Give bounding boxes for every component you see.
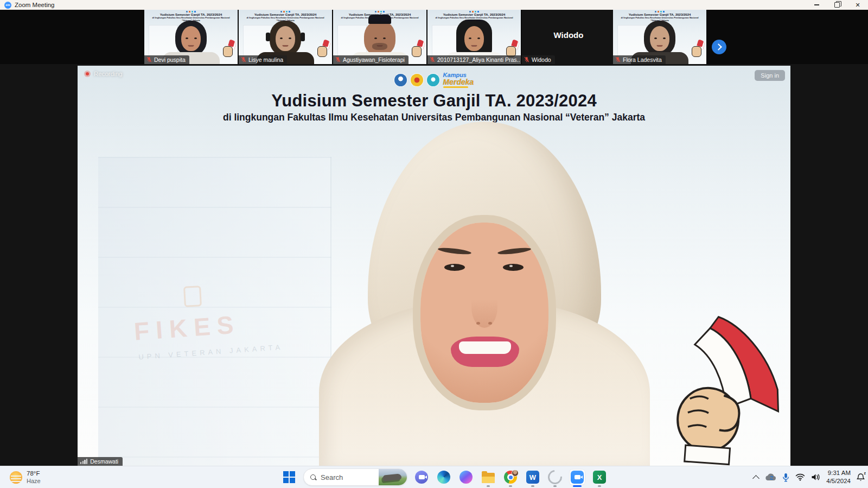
participant-name-tag: Flora Ladesvita: [613, 55, 666, 64]
weather-condition: Haze: [27, 478, 41, 485]
search-daily-image: [379, 469, 407, 485]
teams-chat-button[interactable]: [413, 466, 430, 488]
desktop: zm Zoom Meeting ✕ Yudisium Semester Ganj…: [0, 0, 868, 488]
speaker-name-tag: Desmawati: [78, 457, 123, 466]
muted-mic-icon: [524, 56, 529, 63]
loading-spinner-icon: [545, 467, 565, 487]
restore-button[interactable]: [827, 0, 847, 10]
file-explorer-icon: [482, 473, 495, 483]
upnvj-logo: [411, 74, 423, 86]
fist-flag-illustration: [691, 40, 704, 58]
kemdikbud-logo: [394, 74, 407, 86]
tile-banner: Yudisium Semester Ganjil TA. 2023/2024 d…: [433, 11, 515, 22]
copilot-button[interactable]: [458, 466, 474, 488]
participant-filmstrip: Yudisium Semester Ganjil TA. 2023/2024 d…: [0, 10, 868, 64]
participant-tile-flora[interactable]: Yudisium Semester Ganjil TA. 2023/2024 d…: [613, 10, 706, 64]
word-icon: W: [526, 471, 539, 484]
close-button[interactable]: ✕: [847, 0, 868, 10]
active-speaker-video: FIKES UPN VETERAN JAKARTA Kampus Merdeka…: [78, 66, 790, 466]
clock-widget[interactable]: 9:31 AM 4/5/2024: [826, 469, 851, 485]
fist-flag-illustration: [317, 40, 330, 58]
tray-time: 9:31 AM: [826, 469, 851, 477]
wifi-icon: [795, 473, 805, 481]
word-button[interactable]: W: [525, 466, 541, 488]
participant-name-tag: Devi puspita: [144, 55, 189, 64]
blu-logo: [427, 74, 439, 86]
excel-icon: X: [593, 471, 606, 484]
tray-overflow-button[interactable]: [754, 473, 758, 481]
fist-flag-illustration: [411, 40, 424, 58]
microphone-tray-button[interactable]: [782, 473, 789, 482]
muted-mic-icon: [615, 56, 621, 63]
haze-weather-icon: [10, 471, 22, 484]
volume-icon: [811, 473, 820, 481]
event-banner: Kampus Merdeka Yudisium Semester Ganjil …: [78, 72, 790, 123]
start-button[interactable]: [281, 466, 297, 488]
taskbar-search[interactable]: Search: [303, 468, 407, 486]
tile-banner: Yudisium Semester Ganjil TA. 2023/2024 d…: [245, 11, 326, 22]
search-icon: [310, 474, 316, 480]
participant-name-tag: Agustiyawan_Fisioterapi: [333, 55, 409, 64]
recording-dot-icon: [84, 71, 91, 77]
chrome-icon: [504, 471, 517, 484]
participant-display-name: Widodo: [522, 30, 615, 40]
network-signal-icon: [80, 459, 87, 465]
copilot-icon: [459, 471, 473, 484]
fist-flag-illustration: [665, 310, 787, 466]
recording-indicator: Recording: [84, 71, 122, 77]
chrome-button[interactable]: [502, 466, 519, 488]
sign-in-button[interactable]: Sign in: [755, 70, 785, 81]
notification-bell-button[interactable]: z: [857, 473, 865, 482]
participant-name-tag: Lisye maulina: [239, 55, 287, 64]
kampus-merdeka-logo: Kampus Merdeka: [443, 72, 474, 88]
tray-date: 4/5/2024: [826, 477, 851, 485]
microphone-icon: [782, 473, 789, 482]
weather-temp: 78°F: [27, 470, 41, 477]
muted-mic-icon: [335, 56, 341, 63]
loading-app-button[interactable]: [547, 466, 563, 488]
participant-name-tag: 2010713127_Aliya Kinanti Pras..: [427, 55, 521, 64]
participant-name-tag: Widodo: [522, 55, 555, 64]
zoom-window-titlebar: zm Zoom Meeting ✕: [0, 0, 868, 10]
onedrive-tray-button[interactable]: [764, 473, 776, 481]
participant-tile-aliya[interactable]: Yudisium Semester Ganjil TA. 2023/2024 d…: [427, 10, 521, 64]
zoom-taskbar-button[interactable]: [569, 466, 585, 488]
chevron-right-icon: [715, 43, 722, 50]
window-title: Zoom Meeting: [15, 2, 55, 8]
edge-icon: [437, 471, 450, 484]
participant-tile-widodo[interactable]: Widodo Widodo: [522, 10, 615, 64]
fist-flag-illustration: [222, 40, 235, 58]
muted-mic-icon: [146, 56, 152, 63]
speaker-portrait: [316, 122, 653, 466]
participant-tile-lisye[interactable]: Yudisium Semester Ganjil TA. 2023/2024 d…: [239, 10, 332, 64]
tile-banner: Yudisium Semester Ganjil TA. 2023/2024 d…: [619, 11, 700, 22]
fikes-building-background: FIKES UPN VETERAN JAKARTA: [98, 157, 331, 466]
tile-banner: Yudisium Semester Ganjil TA. 2023/2024 d…: [150, 11, 232, 22]
windows-taskbar: 78°F Haze Search W: [0, 466, 868, 488]
event-title: Yudisium Semester Ganjil TA. 2023/2024: [78, 91, 790, 111]
participant-tile-devi[interactable]: Yudisium Semester Ganjil TA. 2023/2024 d…: [144, 10, 238, 64]
chevron-up-icon: [752, 475, 760, 482]
windows-logo-icon: [283, 471, 295, 483]
muted-mic-icon: [430, 56, 435, 63]
zoom-icon: [571, 471, 584, 484]
zoom-app-icon: zm: [4, 2, 11, 9]
teams-chat-icon: [415, 471, 428, 484]
next-participants-button[interactable]: [712, 40, 726, 54]
volume-tray-button[interactable]: [811, 473, 820, 481]
participant-tile-agustiyawan[interactable]: Yudisium Semester Ganjil TA. 2023/2024 d…: [333, 10, 426, 64]
search-placeholder: Search: [321, 473, 374, 481]
fikes-logo-mark: [183, 286, 202, 307]
onedrive-sync-icon: [764, 473, 776, 481]
muted-mic-icon: [241, 56, 246, 63]
edge-button[interactable]: [436, 466, 452, 488]
weather-widget[interactable]: 78°F Haze: [5, 466, 45, 488]
wifi-tray-button[interactable]: [795, 473, 805, 481]
excel-button[interactable]: X: [591, 466, 608, 488]
file-explorer-button[interactable]: [480, 466, 496, 488]
tile-banner: Yudisium Semester Ganjil TA. 2023/2024 d…: [339, 11, 420, 22]
chrome-profile-avatar: [512, 470, 519, 477]
minimize-button[interactable]: [806, 0, 827, 10]
